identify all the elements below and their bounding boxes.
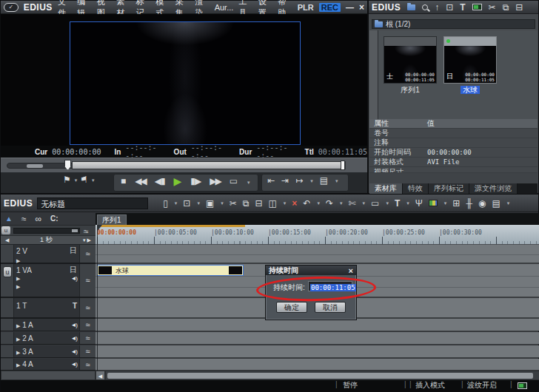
track-2v-curve-icon[interactable]: ≈ — [85, 249, 90, 258]
export-dropdown-icon[interactable]: ▾ — [335, 177, 338, 185]
timeline-copy-icon[interactable]: ⧉ — [243, 199, 250, 208]
redo-dropdown-icon[interactable]: ▾ — [340, 199, 343, 207]
transition-icon[interactable]: ▭ — [371, 199, 379, 208]
colorbars-dropdown-icon[interactable]: ▾ — [444, 199, 447, 207]
loop-dropdown-icon[interactable]: ▾ — [247, 178, 250, 186]
cut-icon[interactable]: ✂ — [489, 3, 496, 12]
minimize-button[interactable]: — — [346, 3, 354, 12]
timeline-playhead-flag[interactable] — [97, 225, 102, 232]
track-1a-expand-icon[interactable]: ▶ — [16, 323, 20, 328]
status-insert-mode[interactable]: 插入模式 — [415, 380, 445, 391]
copy-icon[interactable]: ⧉ — [503, 3, 509, 12]
cancel-button[interactable]: 取消 — [315, 302, 346, 313]
property-row-video-size[interactable]: 视频尺寸 — [369, 167, 538, 173]
track-1va-expand2-icon[interactable]: ▶ — [16, 284, 20, 289]
title-track-icon[interactable]: T — [73, 302, 77, 310]
track-header-3a[interactable]: ▶ 3 A◄) ≈ — [1, 345, 96, 358]
timeline-scale-selector[interactable]: ◀ 1 秒 ▾▶ — [1, 235, 96, 245]
loop-playback-button[interactable]: ▭ — [230, 177, 238, 186]
timeline-clip-shuiqiu[interactable]: 水球 — [97, 265, 244, 276]
tab-sequence-marker[interactable]: 序列标记 — [429, 183, 469, 194]
track-header-1t[interactable]: 1 TT ≈ — [1, 298, 96, 319]
position-bar[interactable] — [72, 161, 346, 169]
close-button[interactable]: × — [359, 2, 364, 13]
timeline-paste-icon[interactable]: ⊟ — [255, 199, 262, 208]
save-project-icon[interactable]: ▣ — [206, 199, 214, 208]
status-monitor-icon[interactable] — [518, 382, 527, 389]
add-to-timeline-icon[interactable]: ⊡ — [183, 199, 190, 208]
prev-frame-button[interactable]: ◀▮ — [155, 177, 165, 186]
track-3a-curve-icon[interactable]: ≈ — [85, 347, 90, 356]
track-lane-3a[interactable] — [96, 345, 539, 358]
set-in-dropdown-icon[interactable]: ▾ — [75, 176, 78, 184]
status-ripple-mode[interactable]: 波纹开启 — [467, 380, 497, 391]
link-mode-icon[interactable]: C: — [50, 215, 58, 223]
mode-select-icon[interactable]: ▲ — [5, 215, 13, 223]
play-button[interactable]: ▶ — [174, 176, 182, 186]
duration-dialog-close-icon[interactable]: × — [349, 266, 353, 275]
track-1va-sync-button[interactable]: u — [3, 266, 12, 277]
video-track-icon[interactable]: 日 — [70, 265, 77, 275]
paste-icon[interactable]: ⊟ — [515, 3, 523, 12]
timeline-cut-icon[interactable]: ✂ — [230, 199, 237, 208]
track-header-1va[interactable]: u 1 VA日 ▶◄) ▶ ≈ — [1, 264, 96, 298]
duration-dialog-titlebar[interactable]: 持续时间 × — [266, 266, 356, 275]
track-4a-expand-icon[interactable]: ▶ — [16, 362, 20, 368]
redo-icon[interactable]: ↷ — [326, 199, 333, 208]
search-icon[interactable] — [422, 4, 428, 10]
track-1va-curve-icon[interactable]: ≈ — [85, 276, 90, 285]
set-out-point-icon[interactable]: ⚑ — [80, 175, 88, 184]
sequence-tab[interactable]: 序列1 — [97, 214, 127, 225]
plr-button[interactable]: PLR — [298, 3, 314, 12]
timeline-scrollbar-thumb[interactable] — [107, 373, 533, 379]
track-1va-select-strip[interactable]: u — [1, 264, 14, 297]
track-lane-1a[interactable] — [96, 319, 539, 331]
monitor-icon[interactable] — [472, 4, 482, 10]
save-dropdown-icon[interactable]: ▾ — [221, 199, 224, 207]
ok-button[interactable]: 确定 — [276, 302, 307, 313]
track-header-2a[interactable]: ▶ 2 A◄) ≈ — [1, 332, 96, 345]
track-2a-select-strip[interactable] — [1, 332, 14, 344]
shuttle-handle[interactable] — [27, 164, 43, 168]
track-2v-expand-icon[interactable]: ▶ — [16, 258, 20, 263]
speaker-icon[interactable]: ◄) — [70, 335, 77, 342]
track-1t-curve-icon[interactable]: ≈ — [85, 303, 90, 312]
up-folder-icon[interactable]: ↑ — [435, 3, 439, 12]
speaker-icon[interactable]: ◄) — [70, 275, 77, 282]
add-clip-icon[interactable]: ⊡ — [446, 3, 453, 12]
tab-effects[interactable]: 特效 — [403, 183, 429, 194]
track-header-4a[interactable]: ▶ 4 A◄) ≈ — [1, 359, 96, 371]
fast-forward-button[interactable]: ▶▶ — [210, 177, 220, 186]
rewind-button[interactable]: ◀◀ — [135, 177, 145, 186]
add-dropdown-icon[interactable]: ▾ — [197, 199, 200, 207]
jump-to-out-button[interactable]: ⇥ — [281, 176, 289, 185]
zoom-slider-handle[interactable] — [72, 229, 78, 232]
ripple-delete-icon[interactable]: × — [292, 199, 297, 208]
track-lane-2v[interactable] — [96, 245, 539, 264]
scale-prev-icon[interactable]: ◀ — [5, 237, 9, 243]
track-3a-select-strip[interactable] — [1, 345, 14, 357]
titler-dropdown-icon[interactable]: ▾ — [406, 199, 409, 207]
rec-button[interactable]: REC — [319, 3, 341, 12]
storyboard-icon[interactable]: ◫ — [268, 199, 276, 208]
track-2a-curve-icon[interactable]: ≈ — [85, 334, 90, 342]
bin-clip-shuiqiu[interactable]: 日 00:00:00:00 00:00:11:05 — [443, 36, 497, 84]
set-in-point-icon[interactable]: ⚑ — [63, 175, 71, 184]
track-2a-expand-icon[interactable]: ▶ — [16, 337, 20, 342]
track-header-2v[interactable]: 2 V日 ▶ ≈ — [1, 245, 96, 264]
track-2v-select-strip[interactable] — [1, 245, 14, 263]
project-title-field[interactable]: 无标题 — [37, 197, 148, 209]
bin-clip-label-shuiqiu[interactable]: 水球 — [461, 86, 480, 94]
folder-icon[interactable] — [407, 4, 415, 10]
duration-input[interactable]: 00:00:11:05 — [308, 281, 352, 291]
export-button[interactable]: ▤ — [320, 176, 328, 185]
zoom-fit-button[interactable]: u — [1, 226, 10, 234]
undo-dropdown-icon[interactable]: ▾ — [317, 199, 320, 207]
insert-to-timeline-button[interactable]: ↦ — [295, 176, 303, 185]
scale-dropdown-icon[interactable]: ▾ — [83, 237, 86, 243]
undo-icon[interactable]: ↶ — [303, 199, 310, 208]
speaker-icon[interactable]: ◄) — [70, 361, 77, 368]
razor-icon[interactable]: ✄ — [348, 199, 355, 208]
timeline-ruler[interactable]: 00:00:00:00 |00:00:05:00 |00:00:10:00 |0… — [96, 225, 539, 245]
color-correction-icon[interactable]: ◉ — [478, 199, 486, 208]
